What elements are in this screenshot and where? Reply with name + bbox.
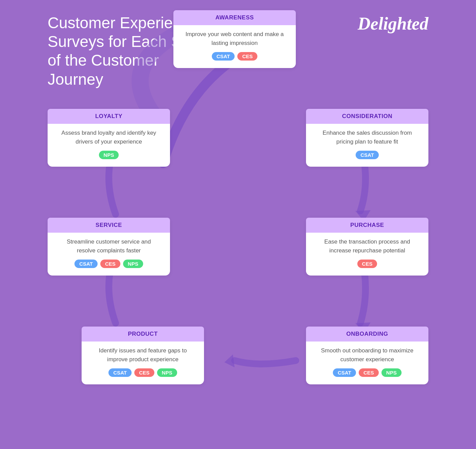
card-loyalty-text: Assess brand loyalty and identify key dr… <box>57 129 160 146</box>
card-service-header: SERVICE <box>48 218 170 233</box>
badge-ces: CES <box>134 368 154 377</box>
card-product: PRODUCT Identify issues and feature gaps… <box>82 327 204 384</box>
card-onboarding: ONBOARDING Smooth out onboarding to maxi… <box>306 327 428 384</box>
card-awareness-header: AWARENESS <box>173 10 296 25</box>
brand-logo: Delighted <box>358 14 428 34</box>
card-purchase-header: PURCHASE <box>306 218 428 233</box>
card-purchase: PURCHASE Ease the transaction process an… <box>306 218 428 276</box>
badge-csat: CSAT <box>356 151 379 159</box>
card-purchase-badges: CES <box>316 260 419 268</box>
card-product-header: PRODUCT <box>82 327 204 342</box>
card-loyalty-header: LOYALTY <box>48 109 170 124</box>
badge-ces: CES <box>100 260 120 268</box>
svg-marker-3 <box>224 354 235 367</box>
main-container: Customer Experience Surveys for Each Ste… <box>48 0 428 408</box>
badge-nps: NPS <box>99 151 119 159</box>
badge-csat: CSAT <box>333 368 356 377</box>
card-loyalty: LOYALTY Assess brand loyalty and identif… <box>48 109 170 167</box>
badge-ces: CES <box>237 52 257 61</box>
card-awareness-text: Improve your web content and make a last… <box>183 30 286 47</box>
card-awareness-badges: CSAT CES <box>183 52 286 61</box>
card-product-text: Identify issues and feature gaps to impr… <box>91 346 194 364</box>
card-service: SERVICE Streamline customer service and … <box>48 218 170 276</box>
card-onboarding-badges: CSAT CES NPS <box>316 368 419 377</box>
badge-nps: NPS <box>381 368 402 377</box>
card-purchase-text: Ease the transaction process and increas… <box>316 237 419 255</box>
card-service-badges: CSAT CES NPS <box>57 260 160 268</box>
card-onboarding-header: ONBOARDING <box>306 327 428 342</box>
card-consideration-text: Enhance the sales discussion from pricin… <box>316 129 419 146</box>
badge-nps: NPS <box>123 260 143 268</box>
card-consideration-header: CONSIDERATION <box>306 109 428 124</box>
card-awareness: AWARENESS Improve your web content and m… <box>173 10 296 68</box>
card-consideration-badges: CSAT <box>316 151 419 159</box>
badge-csat: CSAT <box>74 260 98 268</box>
card-service-text: Streamline customer service and resolve … <box>57 237 160 255</box>
badge-csat: CSAT <box>108 368 132 377</box>
badge-ces: CES <box>357 260 377 268</box>
badge-csat: CSAT <box>212 52 235 61</box>
card-loyalty-badges: NPS <box>57 151 160 159</box>
card-product-badges: CSAT CES NPS <box>91 368 194 377</box>
card-onboarding-text: Smooth out onboarding to maximize custom… <box>316 346 419 364</box>
badge-nps: NPS <box>157 368 177 377</box>
card-consideration: CONSIDERATION Enhance the sales discussi… <box>306 109 428 167</box>
badge-ces: CES <box>359 368 379 377</box>
